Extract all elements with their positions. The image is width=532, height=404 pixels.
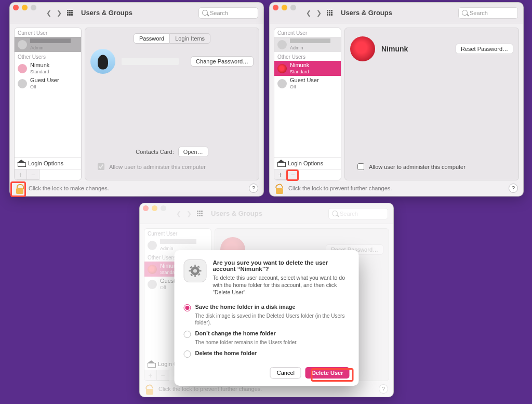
radio-delete-folder[interactable]: Delete the home folder bbox=[184, 350, 350, 358]
maximize-icon bbox=[290, 5, 296, 10]
back-icon[interactable]: ❮ bbox=[46, 9, 51, 17]
help-icon[interactable]: ? bbox=[509, 184, 518, 193]
toolbar: ❮ ❯ Users & Groups Search bbox=[10, 3, 263, 23]
traffic-lights bbox=[13, 5, 36, 10]
avatar-icon bbox=[277, 40, 287, 49]
home-icon bbox=[18, 160, 25, 166]
admin-checkbox bbox=[98, 163, 104, 170]
maximize-icon bbox=[31, 5, 36, 10]
home-icon bbox=[277, 160, 285, 166]
user-display-name: Nimunk bbox=[381, 45, 408, 53]
window-title: Users & Groups bbox=[81, 9, 132, 17]
user-sidebar: Current User Admin Other Users Nimunk St… bbox=[274, 28, 341, 180]
lock-message: Click the lock to make changes. bbox=[29, 185, 109, 191]
tab-password[interactable]: Password bbox=[134, 33, 170, 44]
user-sidebar: Current User Admin Other Users Nimunk St… bbox=[14, 28, 82, 180]
add-user-button[interactable]: + bbox=[15, 170, 27, 180]
user-display-name bbox=[122, 58, 179, 65]
forward-icon[interactable]: ❯ bbox=[57, 9, 62, 17]
dialog-desc: To delete this user account, select what… bbox=[213, 274, 350, 296]
cancel-button[interactable]: Cancel bbox=[270, 367, 301, 379]
system-prefs-icon bbox=[184, 259, 207, 282]
forward-icon[interactable]: ❯ bbox=[316, 9, 322, 17]
remove-user-button[interactable]: − bbox=[287, 170, 299, 180]
section-current: Current User bbox=[15, 28, 81, 37]
grid-icon[interactable] bbox=[327, 10, 332, 16]
search-input[interactable]: Search bbox=[458, 7, 518, 19]
radio-icon bbox=[184, 331, 191, 338]
section-current: Current User bbox=[274, 28, 341, 37]
search-input[interactable]: Search bbox=[198, 7, 258, 19]
sidebar-user-nimunk[interactable]: Nimunk Standard bbox=[274, 61, 341, 76]
current-user-row[interactable]: Admin bbox=[274, 37, 341, 52]
lock-message: Click the lock to prevent further change… bbox=[288, 185, 392, 191]
contacts-card-label: Contacts Card: bbox=[136, 149, 174, 155]
avatar-icon bbox=[18, 40, 27, 49]
avatar-icon bbox=[18, 64, 27, 73]
admin-checkbox-label: Allow user to administer this computer bbox=[109, 164, 206, 170]
grid-icon[interactable] bbox=[67, 10, 73, 16]
minimize-icon[interactable] bbox=[22, 5, 28, 10]
lock-icon[interactable] bbox=[15, 183, 24, 194]
radio-sub: The home folder remains in the Users fol… bbox=[195, 339, 350, 346]
admin-checkbox-label: Allow user to administer this computer bbox=[369, 164, 466, 170]
user-avatar[interactable] bbox=[90, 49, 115, 74]
radio-save-disk-image[interactable]: Save the home folder in a disk image bbox=[184, 304, 350, 311]
sidebar-user-guest[interactable]: Guest User Off bbox=[15, 76, 81, 91]
section-other: Other Users bbox=[15, 52, 81, 61]
svg-rect-4 bbox=[189, 270, 191, 271]
reset-password-button[interactable]: Reset Password… bbox=[456, 44, 513, 54]
radio-icon bbox=[184, 304, 191, 311]
tab-login-items[interactable]: Login Items bbox=[170, 33, 210, 44]
remove-user-button[interactable]: − bbox=[27, 170, 39, 180]
window-title: Users & Groups bbox=[341, 9, 392, 17]
close-icon[interactable] bbox=[273, 5, 278, 10]
add-user-button[interactable]: + bbox=[274, 170, 287, 180]
search-icon bbox=[462, 10, 468, 16]
contacts-open-button[interactable]: Open… bbox=[178, 147, 208, 157]
minimize-icon[interactable] bbox=[282, 5, 287, 10]
radio-sub: The disk image is saved in the Deleted U… bbox=[195, 312, 350, 326]
login-options[interactable]: Login Options bbox=[15, 157, 81, 169]
svg-point-1 bbox=[193, 269, 197, 272]
sidebar-user-nimunk[interactable]: Nimunk Standard bbox=[15, 61, 81, 76]
help-icon[interactable]: ? bbox=[249, 184, 258, 193]
close-icon[interactable] bbox=[13, 5, 19, 10]
login-options[interactable]: Login Options bbox=[274, 157, 341, 169]
avatar-icon bbox=[18, 79, 27, 88]
search-icon bbox=[202, 10, 208, 16]
admin-checkbox[interactable] bbox=[357, 163, 364, 170]
delete-user-button[interactable]: Delete User bbox=[305, 367, 350, 379]
main-detail: Nimunk Reset Password… Allow user to adm… bbox=[344, 28, 519, 180]
current-user-row[interactable]: Admin bbox=[15, 37, 81, 52]
radio-icon bbox=[184, 350, 191, 358]
user-avatar[interactable] bbox=[350, 36, 375, 61]
section-other: Other Users bbox=[274, 52, 341, 61]
avatar-icon bbox=[277, 64, 287, 73]
dialog-heading: Are you sure you want to delete the user… bbox=[213, 259, 350, 272]
unlock-icon[interactable] bbox=[275, 183, 284, 194]
svg-rect-3 bbox=[194, 275, 195, 277]
radio-keep-folder[interactable]: Don’t change the home folder bbox=[184, 330, 350, 338]
main-detail: Password Login Items Change Password… Co… bbox=[85, 28, 259, 180]
avatar-icon bbox=[277, 79, 287, 88]
svg-rect-5 bbox=[199, 270, 201, 271]
svg-rect-2 bbox=[194, 265, 195, 267]
traffic-lights bbox=[273, 5, 296, 10]
toolbar: ❮ ❯ Users & Groups Search bbox=[270, 3, 523, 23]
delete-user-dialog: Are you sure you want to delete the user… bbox=[175, 250, 359, 386]
back-icon[interactable]: ❮ bbox=[306, 9, 311, 17]
change-password-button[interactable]: Change Password… bbox=[191, 56, 254, 67]
sidebar-user-guest[interactable]: Guest User Off bbox=[274, 76, 341, 91]
